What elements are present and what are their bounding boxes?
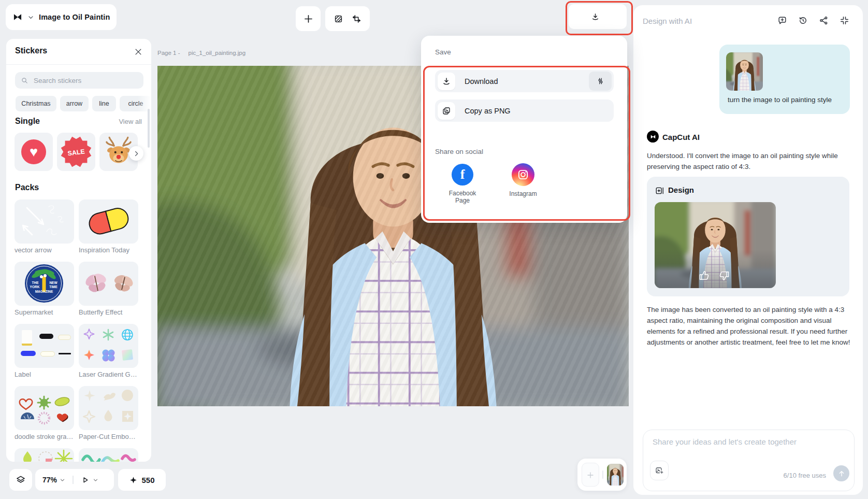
layers-button[interactable]	[9, 469, 32, 491]
stickers-panel: Stickers Christmas arrow line circle Sin…	[6, 39, 151, 462]
zoom-level-dropdown[interactable]: 77%	[42, 475, 65, 484]
pack-partial-squiggles[interactable]	[79, 448, 138, 462]
tag-circle[interactable]: circle	[120, 96, 151, 111]
ai-panel-title: Design with AI	[643, 17, 692, 25]
ai-prompt-input[interactable]	[652, 437, 848, 447]
user-message-bubble: turn the image to oil painting style	[719, 45, 850, 114]
page-thumbnail[interactable]	[607, 464, 624, 486]
ai-assistant-panel: Design with AI turn the image to oil pai…	[633, 5, 863, 495]
download-button[interactable]	[569, 4, 627, 29]
pack-label: vector arrow	[15, 246, 74, 254]
close-stickers-button[interactable]	[132, 46, 144, 58]
pack-supermarket[interactable]: THE NEW YORK TIME MAGAZINE	[15, 262, 74, 306]
background-button[interactable]	[334, 13, 343, 23]
popup-copy-png-option[interactable]: Copy as PNG	[435, 99, 614, 122]
sticker-search	[15, 72, 143, 89]
assistant-name: CapCut AI	[662, 133, 700, 141]
design-result-image[interactable]	[655, 202, 776, 288]
plus-icon	[586, 470, 595, 479]
plus-icon	[303, 13, 314, 24]
instagram-icon	[512, 163, 534, 186]
pack-label: Laser Gradient Grap…	[79, 370, 138, 378]
pack-label: Inspiration Today	[79, 246, 138, 254]
share-instagram-button[interactable]: Instagram	[501, 163, 545, 197]
cursor-icon	[81, 475, 90, 484]
pack-doodle-stroke[interactable]	[15, 386, 74, 430]
pack-papercut-embossed[interactable]	[79, 386, 138, 430]
spark-icon	[129, 475, 138, 484]
divider	[6, 64, 151, 65]
thumbs-up-icon	[698, 270, 710, 279]
assistant-message-result: The image has been converted to an oil p…	[647, 304, 851, 348]
next-stickers-button[interactable]	[129, 146, 143, 161]
canvas-tools	[325, 6, 370, 31]
design-card-title: Design	[668, 186, 694, 194]
history-button[interactable]	[798, 16, 808, 25]
chevron-right-icon	[133, 149, 140, 158]
credits-count: 550	[141, 476, 154, 484]
svg-text:YORK: YORK	[30, 285, 40, 289]
share-chat-button[interactable]	[819, 16, 829, 25]
new-chat-button[interactable]	[777, 16, 787, 25]
pack-partial-shapes[interactable]	[15, 448, 74, 462]
chat-add-icon	[777, 16, 787, 24]
workspace-chevron-icon[interactable]	[27, 12, 34, 22]
background-icon	[334, 13, 343, 22]
add-page-thumbnail-button[interactable]	[582, 463, 599, 487]
pack-vector-arrow[interactable]	[15, 199, 74, 244]
svg-text:THE: THE	[32, 281, 39, 284]
panel-scrollbar[interactable]	[148, 109, 150, 148]
pack-label-shapes[interactable]	[15, 324, 74, 368]
tag-arrow[interactable]: arrow	[60, 96, 89, 111]
divider	[73, 476, 74, 484]
share-facebook-button[interactable]: f Facebook Page	[441, 164, 484, 204]
close-icon	[134, 47, 143, 56]
thumbs-down-icon	[719, 270, 730, 279]
copy-image-icon	[438, 102, 455, 120]
sticker-sale[interactable]: SALE	[57, 133, 95, 171]
share-icon	[819, 16, 829, 24]
chevron-down-icon	[93, 475, 98, 484]
heart-icon: ♥	[21, 139, 46, 164]
pack-butterfly-effect[interactable]	[79, 262, 138, 306]
add-page-button[interactable]	[296, 6, 321, 31]
project-title: Image to Oil Paintin	[39, 13, 110, 21]
popup-download-label: Download	[465, 77, 498, 85]
download-icon	[591, 12, 600, 21]
page-label: Page 1 -pic_1_oil_painting.jpg	[157, 50, 245, 56]
download-settings-button[interactable]	[589, 72, 612, 91]
tag-line[interactable]: line	[92, 96, 116, 111]
collapse-icon	[840, 16, 849, 24]
capcut-editor: Image to Oil Paintin Page 1 -pic_1_oil_p…	[0, 0, 868, 499]
share-heading: Share on social	[435, 148, 483, 155]
send-button[interactable]	[833, 465, 849, 481]
facebook-icon: f	[452, 164, 473, 186]
pack-inspiration-today[interactable]	[79, 199, 138, 244]
sticker-heart[interactable]: ♥	[15, 133, 53, 171]
tag-christmas[interactable]: Christmas	[16, 96, 56, 111]
capcut-logo-icon	[650, 134, 656, 140]
sticker-search-input[interactable]	[33, 76, 133, 85]
divider	[602, 471, 603, 479]
layers-icon	[16, 475, 26, 485]
svg-text:MAGAZINE: MAGAZINE	[35, 290, 53, 293]
ai-prompt-card: 6/10 free uses	[643, 430, 855, 491]
zoom-level: 77%	[42, 476, 57, 484]
credits-button[interactable]: 550	[118, 469, 166, 491]
collapse-panel-button[interactable]	[840, 16, 849, 25]
cursor-mode-dropdown[interactable]	[81, 475, 98, 484]
instagram-label: Instagram	[507, 190, 539, 197]
popup-download-option[interactable]: Download	[435, 70, 614, 92]
home-menu[interactable]: Image to Oil Paintin	[6, 4, 117, 30]
facebook-label: Facebook Page	[446, 190, 479, 204]
pack-laser-gradient[interactable]	[79, 324, 138, 368]
view-all-link[interactable]: View all	[119, 118, 142, 125]
design-result-card: Design	[647, 177, 849, 296]
history-icon	[798, 16, 808, 24]
attach-image-button[interactable]	[650, 461, 669, 480]
thumbs-up-button[interactable]	[698, 270, 710, 281]
resize-crop-button[interactable]	[352, 13, 361, 23]
save-popup: Save Download Copy as PNG Share on socia…	[421, 36, 627, 223]
crop-icon	[352, 13, 361, 22]
thumbs-down-button[interactable]	[719, 270, 730, 281]
